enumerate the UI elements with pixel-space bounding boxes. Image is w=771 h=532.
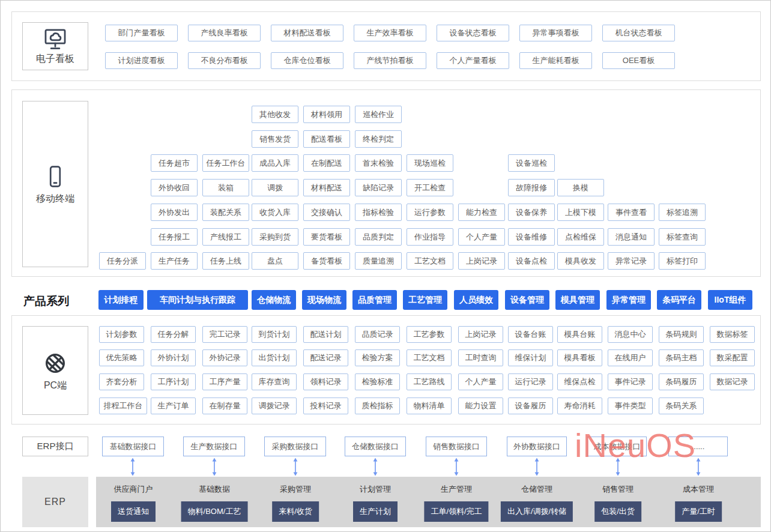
mobile-item[interactable]: 标签追溯	[659, 204, 706, 221]
product-series-button[interactable]: 模具管理	[555, 290, 600, 310]
pc-item[interactable]: 调拨记录	[252, 397, 297, 414]
pc-item[interactable]: 到货计划	[252, 326, 297, 343]
pc-item[interactable]: 条码主档	[659, 349, 704, 366]
mobile-item[interactable]: 盘点	[252, 252, 298, 270]
pc-item[interactable]: 排程工作台	[99, 397, 147, 414]
mobile-item[interactable]: 故障报修	[508, 179, 555, 196]
pc-item[interactable]: 在线用户	[608, 349, 653, 366]
product-series-button[interactable]: 现场物流	[302, 290, 346, 310]
mobile-item[interactable]: 销售发货	[252, 130, 298, 148]
pc-item[interactable]: 工艺路线	[407, 373, 452, 390]
erp-module-box[interactable]: 出入库/调拨/转储	[501, 501, 573, 522]
mobile-item[interactable]: 设备巡检	[508, 154, 555, 172]
erp-interface-box[interactable]: 采购数据接口	[264, 437, 326, 456]
pc-item[interactable]: 上岗记录	[458, 326, 503, 343]
product-series-button[interactable]: 品质管理	[352, 290, 397, 310]
pc-item[interactable]: 工艺文档	[407, 349, 452, 366]
erp-module-box[interactable]: 送货通知	[111, 501, 156, 522]
dashboard-item[interactable]: OEE看板	[602, 52, 675, 69]
mobile-item[interactable]: 收货入库	[252, 204, 298, 221]
dashboard-item[interactable]: 机台状态看板	[602, 25, 675, 41]
erp-interface-box[interactable]: 外协数据接口	[507, 437, 567, 456]
mobile-item[interactable]: 外协收回	[151, 179, 198, 196]
mobile-item[interactable]: 消息通知	[608, 228, 655, 246]
pc-item[interactable]: 能力设置	[458, 397, 503, 414]
mobile-item[interactable]: 配送看板	[303, 130, 350, 148]
dashboard-item[interactable]: 计划进度看板	[105, 52, 178, 69]
mobile-item[interactable]: 在制配送	[303, 154, 350, 172]
mobile-item[interactable]: 装配关系	[202, 204, 249, 221]
mobile-item[interactable]: 采购到货	[252, 228, 298, 246]
dashboard-item[interactable]: 仓库仓位看板	[271, 52, 343, 69]
dashboard-item[interactable]: 设备状态看板	[437, 25, 509, 41]
mobile-item[interactable]: 调拨	[252, 179, 298, 196]
pc-item[interactable]: 条码履历	[659, 373, 704, 390]
mobile-item[interactable]: 能力检查	[458, 204, 505, 221]
pc-item[interactable]: 配送记录	[303, 349, 348, 366]
pc-item[interactable]: 数采配置	[710, 349, 755, 366]
pc-item[interactable]: 设备履历	[508, 397, 553, 414]
mobile-item[interactable]: 要货看板	[303, 228, 350, 246]
mobile-item[interactable]: 生产任务	[151, 252, 198, 270]
erp-interface-box[interactable]: 成本数据接口	[587, 437, 647, 456]
erp-interface-box[interactable]: 生产数据接口	[183, 437, 245, 456]
mobile-item[interactable]: 任务报工	[151, 228, 198, 246]
product-series-button[interactable]: 计划排程	[98, 290, 144, 310]
mobile-item[interactable]: 设备保养	[508, 204, 555, 221]
pc-item[interactable]: 数据标签	[710, 326, 755, 343]
mobile-item[interactable]: 事件查看	[608, 204, 655, 221]
mobile-item[interactable]: 工艺文档	[407, 252, 453, 270]
mobile-item[interactable]: 外协发出	[151, 204, 198, 221]
pc-item[interactable]: 出货计划	[252, 349, 297, 366]
mobile-item[interactable]: 其他收发	[252, 106, 298, 123]
mobile-item[interactable]: 现场巡检	[407, 154, 453, 172]
pc-item[interactable]: 在制存量	[202, 397, 247, 414]
product-series-button[interactable]: 人员绩效	[454, 290, 498, 310]
mobile-item[interactable]: 上岗记录	[458, 252, 505, 270]
pc-item[interactable]: 数据记录	[710, 373, 755, 390]
mobile-item[interactable]: 品质判定	[355, 228, 402, 246]
mobile-item[interactable]: 材料领用	[303, 106, 350, 123]
pc-item[interactable]: 完工记录	[202, 326, 247, 343]
pc-item[interactable]: 检验方案	[355, 349, 400, 366]
dashboard-item[interactable]: 产线节拍看板	[354, 52, 426, 69]
erp-module-box[interactable]: 包装/出货	[594, 501, 641, 522]
erp-interface-box[interactable]: ......	[668, 437, 728, 456]
dashboard-item[interactable]: 材料配送看板	[271, 25, 343, 41]
mobile-item[interactable]: 任务超市	[151, 154, 198, 172]
pc-item[interactable]: 生产订单	[151, 397, 196, 414]
mobile-item[interactable]: 缺陷记录	[355, 179, 402, 196]
mobile-item[interactable]: 换模	[557, 179, 604, 196]
mobile-item[interactable]: 上模下模	[557, 204, 604, 221]
mobile-item[interactable]: 标签查询	[659, 228, 706, 246]
dashboard-item[interactable]: 生产能耗看板	[519, 52, 592, 69]
pc-item[interactable]: 外协记录	[202, 349, 247, 366]
dashboard-item[interactable]: 生产效率看板	[354, 25, 426, 41]
pc-item[interactable]: 领料记录	[303, 373, 348, 390]
mobile-item[interactable]: 模具收发	[557, 252, 604, 270]
mobile-item[interactable]: 任务工作台	[202, 154, 249, 172]
erp-module-box[interactable]: 物料/BOM/工艺	[181, 501, 248, 522]
pc-item[interactable]: 工序计划	[151, 373, 196, 390]
pc-item[interactable]: 消息中心	[608, 326, 653, 343]
pc-item[interactable]: 模具台账	[557, 326, 602, 343]
mobile-item[interactable]: 成品入库	[252, 154, 298, 172]
erp-module-box[interactable]: 来料/收货	[272, 501, 319, 522]
mobile-item[interactable]: 备货看板	[303, 252, 350, 270]
mobile-item[interactable]: 开工检查	[407, 179, 453, 196]
pc-item[interactable]: 优先策略	[99, 349, 144, 366]
mobile-item[interactable]: 运行参数	[407, 204, 453, 221]
pc-item[interactable]: 条码规则	[659, 326, 704, 343]
product-series-button[interactable]: 条码平台	[657, 290, 701, 310]
mobile-item[interactable]: 巡检作业	[355, 106, 402, 123]
mobile-item[interactable]: 材料配送	[303, 179, 350, 196]
erp-interface-box[interactable]: 仓储数据接口	[345, 437, 406, 456]
dashboard-item[interactable]: 产线良率看板	[188, 25, 261, 41]
mobile-item[interactable]: 设备点检	[508, 252, 555, 270]
pc-item[interactable]: 运行记录	[508, 373, 553, 390]
mobile-item[interactable]: 质量追溯	[355, 252, 402, 270]
pc-item[interactable]: 配送计划	[303, 326, 348, 343]
mobile-item[interactable]: 标签打印	[659, 252, 706, 270]
product-series-button[interactable]: 仓储物流	[252, 290, 296, 310]
mobile-item[interactable]: 任务分派	[99, 252, 146, 270]
